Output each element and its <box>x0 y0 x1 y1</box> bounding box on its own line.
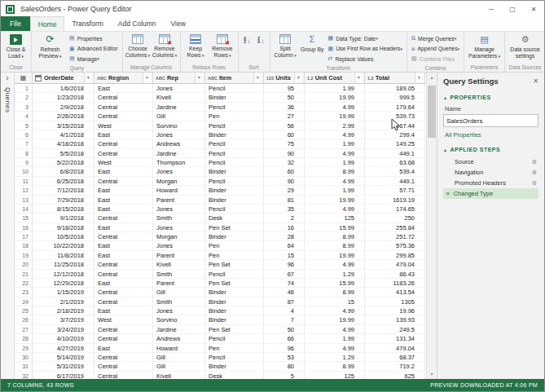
grid-cell[interactable]: 19.99 <box>305 251 365 260</box>
grid-cell[interactable]: 5/22/2018 <box>33 158 94 167</box>
grid-cell[interactable]: Central <box>94 270 153 279</box>
grid-cell[interactable]: Binder <box>205 232 264 241</box>
refresh-preview-button[interactable]: ⟳ Refresh Preview <box>33 33 67 64</box>
grid-cell[interactable]: Pen <box>205 344 264 353</box>
grid-cell[interactable]: Andrews <box>153 334 205 343</box>
grid-cell[interactable]: Pencil <box>205 103 264 112</box>
grid-cell[interactable]: Jones <box>153 306 205 315</box>
row-number[interactable]: 24 <box>15 297 33 306</box>
grid-cell[interactable]: 96 <box>264 344 305 353</box>
grid-cell[interactable]: Central <box>94 177 153 186</box>
grid-cell[interactable]: Binder <box>205 186 264 195</box>
grid-cell[interactable]: 539.4 <box>365 167 425 176</box>
row-number[interactable]: 7 <box>15 139 33 148</box>
grid-cell[interactable]: 174.65 <box>365 205 425 214</box>
grid-cell[interactable]: Central <box>94 334 153 343</box>
grid-cell[interactable]: Andrews <box>153 139 205 148</box>
grid-cell[interactable]: East <box>94 130 153 139</box>
grid-cell[interactable]: Kivell <box>153 372 205 379</box>
grid-cell[interactable]: 8.99 <box>305 362 365 371</box>
grid-cell[interactable]: Smith <box>153 214 205 222</box>
grid-cell[interactable]: Pencil <box>205 139 264 148</box>
grid-cell[interactable]: Central <box>94 232 153 241</box>
minimize-button[interactable]: ─ <box>481 1 502 17</box>
grid-cell[interactable]: 5 <box>264 372 305 379</box>
column-type-icon[interactable]: 1.2 <box>367 76 374 81</box>
grid-cell[interactable]: 479.04 <box>365 260 425 269</box>
grid-cell[interactable]: 4/1/2018 <box>33 130 94 139</box>
grid-cell[interactable]: 90 <box>264 177 305 186</box>
grid-cell[interactable]: 249.5 <box>365 325 425 334</box>
grid-cell[interactable]: Central <box>94 93 153 102</box>
grid-cell[interactable]: 299.85 <box>365 251 425 260</box>
grid-cell[interactable]: 2/26/2018 <box>33 112 94 121</box>
grid-cell[interactable]: 6/8/2018 <box>33 167 94 176</box>
grid-cell[interactable]: East <box>94 167 153 176</box>
grid-cell[interactable]: 1.99 <box>305 334 365 343</box>
step-settings-gear-icon[interactable]: ⚙ <box>532 159 537 165</box>
grid-cell[interactable]: Pen <box>205 251 264 260</box>
filter-dropdown-icon[interactable]: ▾ <box>253 73 262 83</box>
grid-cell[interactable]: Pencil <box>205 121 264 130</box>
grid-cell[interactable]: Sorvino <box>153 121 205 130</box>
grid-cell[interactable]: 57.71 <box>365 186 425 195</box>
row-number[interactable]: 5 <box>15 121 33 130</box>
row-number[interactable]: 12 <box>15 186 33 195</box>
grid-cell[interactable]: 11/25/2018 <box>33 260 94 269</box>
grid-cell[interactable]: 28 <box>264 232 305 241</box>
grid-cell[interactable]: 1.29 <box>305 270 365 279</box>
row-number[interactable]: 18 <box>15 241 33 250</box>
grid-cell[interactable]: East <box>94 279 153 288</box>
grid-cell[interactable]: Jones <box>153 167 205 176</box>
row-number[interactable]: 22 <box>15 279 33 288</box>
row-number[interactable]: 4 <box>15 112 33 121</box>
grid-cell[interactable]: Central <box>94 288 153 297</box>
grid-cell[interactable]: 251.72 <box>365 232 425 241</box>
merge-queries-button[interactable]: ⧉ Merge Queries <box>409 33 462 44</box>
scrollbar-track[interactable] <box>427 82 437 369</box>
grid-cell[interactable]: 1.99 <box>305 139 365 148</box>
grid-cell[interactable]: 4.99 <box>305 325 365 334</box>
applied-step-changed-type[interactable]: ✕Changed Type <box>443 188 538 199</box>
grid-cell[interactable]: 4.99 <box>305 205 365 214</box>
row-number[interactable]: 17 <box>15 232 33 241</box>
grid-cell[interactable]: 2 <box>264 214 305 222</box>
grid-cell[interactable]: 63.68 <box>365 158 425 167</box>
grid-cell[interactable]: Pen Set <box>205 260 264 269</box>
row-number[interactable]: 20 <box>15 260 33 269</box>
tab-transform[interactable]: Transform <box>64 16 110 31</box>
row-number[interactable]: 15 <box>15 214 33 222</box>
grid-cell[interactable]: 67 <box>264 270 305 279</box>
grid-cell[interactable]: 4/18/2018 <box>33 139 94 148</box>
grid-cell[interactable]: 1.99 <box>305 186 365 195</box>
grid-cell[interactable]: Jardine <box>153 149 205 158</box>
grid-cell[interactable]: Binder <box>205 362 264 371</box>
properties-section-header[interactable]: ▲ PROPERTIES <box>443 95 538 100</box>
grid-cell[interactable]: Jones <box>153 205 205 214</box>
grid-cell[interactable]: 1/15/2019 <box>33 288 94 297</box>
grid-cell[interactable]: East <box>94 241 153 250</box>
data-type-button[interactable]: ▦ Data Type: Date <box>326 33 405 44</box>
remove-columns-button[interactable]: Remove Columns <box>152 33 178 64</box>
grid-cell[interactable]: 2/9/2018 <box>33 103 94 112</box>
grid-cell[interactable]: East <box>94 186 153 195</box>
row-number[interactable]: 16 <box>15 223 33 232</box>
grid-cell[interactable]: 8.99 <box>305 241 365 250</box>
grid-cell[interactable]: Binder <box>205 315 264 324</box>
grid-cell[interactable]: 19.99 <box>305 93 365 102</box>
expand-queries-chevron-icon[interactable]: › <box>6 73 8 84</box>
applied-step-promoted-headers[interactable]: Promoted Headers⚙ <box>443 178 538 188</box>
grid-cell[interactable]: 250 <box>365 214 425 222</box>
grid-cell[interactable]: Gill <box>153 362 205 371</box>
grid-cell[interactable]: 2/18/2019 <box>33 306 94 315</box>
grid-cell[interactable]: 8/15/2018 <box>33 205 94 214</box>
column-type-icon[interactable]: ABC <box>97 76 107 81</box>
row-number[interactable]: 9 <box>15 158 33 167</box>
row-number[interactable]: 32 <box>15 372 33 379</box>
column-header-units[interactable]: 123Units▾ <box>264 73 305 84</box>
row-number[interactable]: 14 <box>15 205 33 214</box>
grid-cell[interactable]: 3/15/2018 <box>33 121 94 130</box>
grid-cell[interactable]: 6/17/2019 <box>33 372 94 379</box>
column-header-orderdate[interactable]: OrderDate▾ <box>33 73 94 84</box>
grid-cell[interactable]: 3/24/2019 <box>33 325 94 334</box>
